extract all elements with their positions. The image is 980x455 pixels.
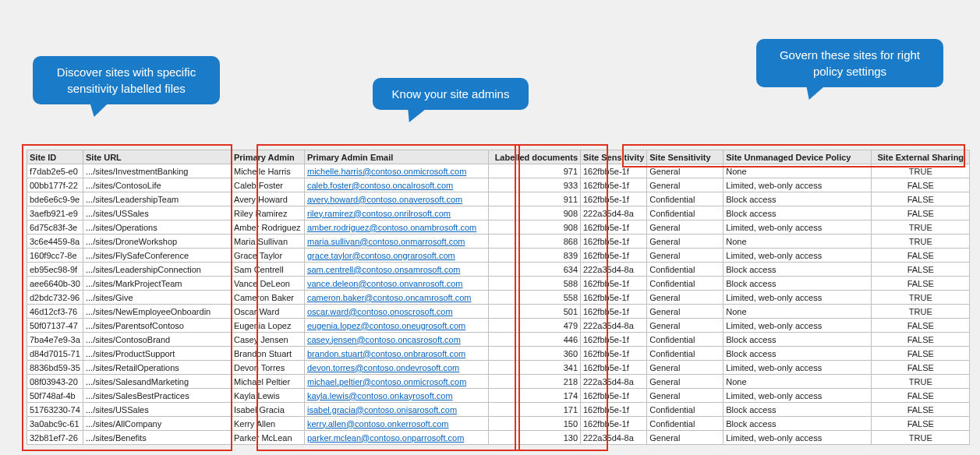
cell-external-sharing[interactable]: FALSE [872, 333, 970, 347]
cell-site-url[interactable]: .../sites/ParentsofContoso [83, 319, 232, 333]
cell-primary-admin[interactable]: Michelle Harris [232, 164, 305, 178]
cell-primary-admin[interactable]: Vance DeLeon [232, 277, 305, 291]
cell-device-policy[interactable]: Block access [724, 263, 872, 277]
cell-primary-admin-email[interactable]: riley.ramirez@contoso.onrilrosoft.com [305, 206, 489, 220]
cell-device-policy[interactable]: Limited, web-only access [724, 249, 872, 263]
email-link[interactable]: vance.deleon@contoso.onvanrosoft.com [307, 279, 463, 288]
cell-sensitivity-id[interactable]: 162fbb5e-1f [581, 417, 647, 431]
cell-external-sharing[interactable]: FALSE [872, 319, 970, 333]
cell-device-policy[interactable]: Limited, web-only access [724, 178, 872, 192]
cell-site-id[interactable]: aee6640b-30 [27, 277, 83, 291]
cell-sensitivity[interactable]: General [647, 291, 724, 305]
cell-primary-admin-email[interactable]: vance.deleon@contoso.onvanrosoft.com [305, 277, 489, 291]
table-row[interactable]: 08f03943-20.../sites/SalesandMarketingMi… [27, 375, 970, 389]
cell-sensitivity-id[interactable]: 222a35d4-8a [581, 375, 647, 389]
cell-sensitivity[interactable]: General [647, 178, 724, 192]
header-primary-admin[interactable]: Primary Admin [232, 150, 305, 164]
email-link[interactable]: oscar.ward@contoso.onoscrosoft.com [307, 307, 453, 316]
table-row[interactable]: 160f9cc7-8e.../sites/FlySafeConferenceGr… [27, 249, 970, 263]
cell-device-policy[interactable]: Limited, web-only access [724, 389, 872, 403]
table-row[interactable]: 51763230-74.../sites/USSalesIsabel Graci… [27, 403, 970, 417]
cell-primary-admin-email[interactable]: grace.taylor@contoso.ongrarosoft.com [305, 249, 489, 263]
cell-primary-admin-email[interactable]: amber.rodriguez@contoso.onambrosoft.com [305, 220, 489, 235]
cell-site-id[interactable]: bde6e6c9-9e [27, 192, 83, 206]
cell-primary-admin-email[interactable]: michael.peltier@contoso.onmicrosoft.com [305, 375, 489, 389]
cell-primary-admin[interactable]: Avery Howard [232, 192, 305, 206]
cell-site-id[interactable]: 3aefb921-e9 [27, 206, 83, 220]
email-link[interactable]: brandon.stuart@contoso.onbrarosoft.com [307, 349, 465, 358]
cell-labelled-documents[interactable]: 218 [489, 375, 581, 389]
cell-primary-admin-email[interactable]: kerry.allen@contoso.onkerrosoft.com [305, 417, 489, 431]
table-row[interactable]: d2bdc732-96.../sites/GiveCameron Bakerca… [27, 291, 970, 305]
cell-site-url[interactable]: .../sites/Operations [83, 220, 232, 235]
cell-external-sharing[interactable]: FALSE [872, 249, 970, 263]
email-link[interactable]: avery.howard@contoso.onaverosoft.com [307, 195, 462, 204]
cell-primary-admin-email[interactable]: brandon.stuart@contoso.onbrarosoft.com [305, 347, 489, 361]
cell-sensitivity-id[interactable]: 222a35d4-8a [581, 431, 647, 445]
cell-primary-admin-email[interactable]: devon.torres@contoso.ondevrosoft.com [305, 361, 489, 375]
cell-primary-admin[interactable]: Isabel Gracia [232, 403, 305, 417]
cell-site-url[interactable]: .../sites/DroneWorkshop [83, 235, 232, 249]
cell-primary-admin[interactable]: Oscar Ward [232, 305, 305, 319]
cell-external-sharing[interactable]: FALSE [872, 277, 970, 291]
cell-sensitivity[interactable]: General [647, 319, 724, 333]
table-row[interactable]: aee6640b-30.../sites/MarkProjectTeamVanc… [27, 277, 970, 291]
cell-device-policy[interactable]: Limited, web-only access [724, 361, 872, 375]
cell-device-policy[interactable]: Block access [724, 347, 872, 361]
table-row[interactable]: 50f748af-4b.../sites/SalesBestPracticesK… [27, 389, 970, 403]
cell-sensitivity[interactable]: Confidential [647, 206, 724, 220]
cell-external-sharing[interactable]: FALSE [872, 263, 970, 277]
cell-sensitivity-id[interactable]: 162fbb5e-1f [581, 192, 647, 206]
cell-primary-admin[interactable]: Eugenia Lopez [232, 319, 305, 333]
cell-external-sharing[interactable]: TRUE [872, 220, 970, 235]
email-link[interactable]: kayla.lewis@contoso.onkayrosoft.com [307, 391, 453, 400]
cell-sensitivity-id[interactable]: 162fbb5e-1f [581, 333, 647, 347]
cell-primary-admin[interactable]: Kayla Lewis [232, 389, 305, 403]
cell-site-id[interactable]: 46d12cf3-76 [27, 305, 83, 319]
cell-labelled-documents[interactable]: 341 [489, 361, 581, 375]
cell-labelled-documents[interactable]: 150 [489, 417, 581, 431]
cell-labelled-documents[interactable]: 908 [489, 220, 581, 235]
cell-external-sharing[interactable]: FALSE [872, 417, 970, 431]
cell-sensitivity[interactable]: Confidential [647, 263, 724, 277]
cell-labelled-documents[interactable]: 908 [489, 206, 581, 220]
cell-site-url[interactable]: .../sites/FlySafeConference [83, 249, 232, 263]
cell-primary-admin[interactable]: Amber Rodriguez [232, 220, 305, 235]
email-link[interactable]: kerry.allen@contoso.onkerrosoft.com [307, 419, 449, 429]
cell-site-url[interactable]: .../sites/USSales [83, 403, 232, 417]
cell-external-sharing[interactable]: TRUE [872, 431, 970, 445]
cell-sensitivity-id[interactable]: 162fbb5e-1f [581, 305, 647, 319]
cell-site-url[interactable]: .../sites/RetailOperations [83, 361, 232, 375]
table-row[interactable]: 00bb177f-22.../sites/ContosoLifeCaleb Fo… [27, 178, 970, 192]
cell-external-sharing[interactable]: TRUE [872, 164, 970, 178]
header-primary-admin-email[interactable]: Primary Admin Email [305, 150, 489, 164]
cell-primary-admin-email[interactable]: oscar.ward@contoso.onoscrosoft.com [305, 305, 489, 319]
cell-primary-admin-email[interactable]: cameron.baker@contoso.oncamrosoft.com [305, 291, 489, 305]
cell-sensitivity[interactable]: General [647, 305, 724, 319]
cell-primary-admin[interactable]: Devon Torres [232, 361, 305, 375]
email-link[interactable]: casey.jensen@contoso.oncasrosoft.com [307, 335, 461, 344]
cell-external-sharing[interactable]: FALSE [872, 389, 970, 403]
cell-labelled-documents[interactable]: 360 [489, 347, 581, 361]
cell-site-id[interactable]: 6d75c83f-3e [27, 220, 83, 235]
cell-external-sharing[interactable]: FALSE [872, 347, 970, 361]
cell-sensitivity[interactable]: General [647, 235, 724, 249]
cell-site-id[interactable]: f7dab2e5-e0 [27, 164, 83, 178]
cell-device-policy[interactable]: None [724, 235, 872, 249]
table-row[interactable]: 32b81ef7-26.../sites/BenefitsParker McLe… [27, 431, 970, 445]
cell-sensitivity[interactable]: General [647, 220, 724, 235]
cell-labelled-documents[interactable]: 911 [489, 192, 581, 206]
cell-site-url[interactable]: .../sites/MarkProjectTeam [83, 277, 232, 291]
cell-primary-admin[interactable]: Kerry Allen [232, 417, 305, 431]
cell-sensitivity[interactable]: Confidential [647, 192, 724, 206]
cell-sensitivity-id[interactable]: 162fbb5e-1f [581, 291, 647, 305]
cell-sensitivity[interactable]: General [647, 375, 724, 389]
cell-primary-admin[interactable]: Maria Sullivan [232, 235, 305, 249]
cell-site-url[interactable]: .../sites/ContosoBrand [83, 333, 232, 347]
cell-device-policy[interactable]: None [724, 375, 872, 389]
cell-sensitivity-id[interactable]: 162fbb5e-1f [581, 389, 647, 403]
table-row[interactable]: 7ba4e7e9-3a.../sites/ContosoBrandCasey J… [27, 333, 970, 347]
table-row[interactable]: 8836bd59-35.../sites/RetailOperationsDev… [27, 361, 970, 375]
cell-labelled-documents[interactable]: 171 [489, 403, 581, 417]
cell-site-id[interactable]: eb95ec98-9f [27, 263, 83, 277]
